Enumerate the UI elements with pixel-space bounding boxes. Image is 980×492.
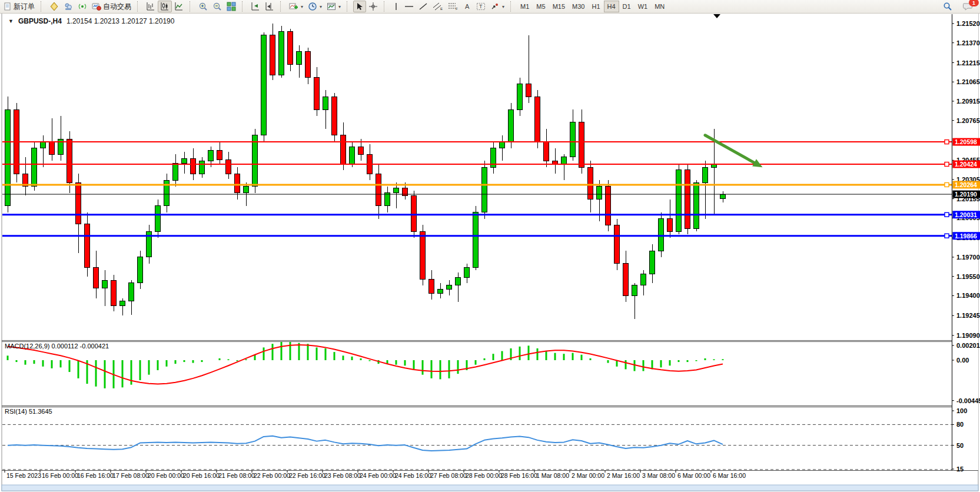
new-order-icon — [4, 2, 12, 11]
timeframe-button-m1[interactable]: M1 — [517, 1, 533, 12]
horizontal-line-icon — [404, 2, 414, 11]
auto-trading-label: 自动交易 — [103, 2, 131, 12]
zoom-out-button[interactable] — [210, 1, 224, 12]
toolbar-separator — [384, 1, 388, 12]
fibonacci-tool-button[interactable]: F — [446, 1, 461, 12]
templates-button[interactable]: ▾ — [324, 1, 343, 12]
zoom-in-button[interactable] — [196, 1, 210, 12]
crosshair-tool-button[interactable] — [366, 1, 380, 12]
timeframe-button-group: M1M5M15M30H1H4D1W1MN — [516, 0, 669, 13]
mt4-application-window: 新订单 — [0, 0, 980, 492]
search-button[interactable] — [941, 1, 955, 12]
auto-trading-icon — [92, 2, 101, 11]
svg-text:E: E — [440, 7, 443, 11]
svg-text:F: F — [456, 7, 458, 11]
zoom-out-icon — [212, 2, 222, 11]
price-tick-label: 1.20765 — [956, 117, 980, 124]
auto-scroll-button[interactable] — [248, 1, 263, 12]
macd-label: MACD(12,26,9) 0.000112 -0.000421 — [5, 343, 109, 350]
hline-price-label: 1.20424 — [953, 161, 980, 168]
macd-tick-label: 0.002015 — [956, 342, 980, 349]
hline-price-label: 1.20264 — [953, 181, 980, 188]
main-toolbar: 新订单 — [0, 0, 980, 14]
toolbar-group-panels: 自动交易 — [46, 0, 135, 13]
price-tick-label: 1.21065 — [956, 78, 980, 85]
svg-text:1.20031: 1.20031 — [955, 211, 977, 218]
toolbar-group-order: 新订单 — [0, 0, 38, 13]
indicators-button[interactable]: ▾ — [287, 1, 305, 12]
bar-chart-button[interactable] — [144, 1, 158, 12]
text-label-icon: T — [476, 2, 486, 11]
horizontal-line-tool-button[interactable] — [402, 1, 416, 12]
navigator-button[interactable] — [75, 1, 89, 12]
toolbar-separator — [137, 1, 141, 12]
price-tick-label: 1.19550 — [956, 273, 980, 280]
notifications-button[interactable]: 1 — [961, 1, 975, 12]
toolbar-group-autoscroll — [247, 0, 278, 13]
templates-icon — [327, 2, 336, 11]
clock-icon — [308, 2, 317, 11]
timeframe-button-w1[interactable]: W1 — [634, 1, 652, 12]
price-tick-label: 1.21370 — [956, 39, 980, 46]
hline-price-label: 1.20031 — [953, 211, 980, 218]
timeframe-button-h1[interactable]: H1 — [588, 1, 603, 12]
svg-text:1.20598: 1.20598 — [955, 138, 977, 145]
arrows-tool-button[interactable]: ▾ — [488, 1, 507, 12]
new-order-button[interactable]: 新订单 — [1, 1, 37, 12]
hline-end-marker — [945, 162, 949, 167]
text-icon: A — [463, 2, 471, 11]
candlestick-chart-button[interactable] — [158, 1, 172, 12]
window-bottom-strip — [2, 485, 978, 491]
toolbar-separator — [41, 1, 45, 12]
periods-button[interactable]: ▾ — [305, 1, 324, 12]
line-chart-button[interactable] — [172, 1, 186, 12]
text-tool-button[interactable]: A — [461, 1, 474, 12]
date-tick-label: 22 Feb 00:00 — [254, 472, 290, 479]
tile-windows-button[interactable] — [224, 1, 238, 12]
chart-area[interactable]: ▼ GBPUSD-,H4 1.20154 1.20213 1.20127 1.2… — [0, 0, 980, 492]
timeframe-button-m5[interactable]: M5 — [533, 1, 549, 12]
navigator-icon — [78, 2, 87, 11]
toolbar-group-objects: E F A T ▾ — [389, 0, 508, 13]
dropdown-caret: ▾ — [301, 4, 303, 9]
vertical-line-icon — [393, 2, 400, 11]
timeframe-button-m15[interactable]: M15 — [549, 1, 569, 12]
data-window-button[interactable] — [61, 1, 75, 12]
market-watch-icon — [49, 2, 59, 11]
svg-text:A: A — [465, 3, 470, 10]
channel-tool-button[interactable]: E — [430, 1, 446, 12]
date-tick-label: 3 Mar 08:00 — [642, 472, 675, 479]
auto-trading-button[interactable]: 自动交易 — [89, 1, 134, 12]
text-label-tool-button[interactable]: T — [474, 1, 488, 12]
chart-shift-button[interactable] — [263, 1, 277, 12]
date-tick-label: 2 Mar 16:00 — [607, 472, 640, 479]
toolbar-group-cursor — [352, 0, 381, 13]
timeframe-button-h4[interactable]: H4 — [604, 1, 619, 12]
price-tick-label: 1.19090 — [956, 332, 980, 339]
toolbar-separator — [190, 1, 194, 12]
chart-canvas[interactable]: MACD(12,26,9) 0.000112 -0.000421RSI(14) … — [0, 0, 980, 492]
price-tick-label: 1.21520 — [956, 20, 980, 27]
date-tick-label: 16 Feb 00:00 — [42, 472, 78, 479]
timeframe-button-m30[interactable]: M30 — [569, 1, 588, 12]
one-click-trading-arrow[interactable]: ▼ — [8, 18, 14, 24]
data-window-icon — [64, 2, 73, 11]
search-icon — [943, 2, 952, 11]
cursor-tool-button[interactable] — [353, 1, 366, 12]
timeframe-button-mn[interactable]: MN — [651, 1, 668, 12]
hline-price-label: 1.20598 — [953, 138, 980, 146]
crosshair-icon — [368, 2, 378, 11]
date-tick-label: 1 Mar 08:00 — [536, 472, 569, 479]
toolbar-separator — [280, 1, 284, 12]
vertical-line-tool-button[interactable] — [390, 1, 402, 12]
cursor-icon — [356, 2, 364, 11]
trendline-tool-button[interactable] — [416, 1, 430, 12]
date-tick-label: 21 Feb 08:00 — [218, 472, 255, 479]
new-order-label: 新订单 — [14, 2, 35, 12]
svg-text:T: T — [479, 4, 483, 9]
candlestick-chart-icon — [160, 2, 170, 11]
timeframe-button-d1[interactable]: D1 — [619, 1, 634, 12]
toolbar-group-zoom — [195, 0, 240, 13]
chart-shift-icon — [265, 2, 274, 11]
market-watch-button[interactable] — [47, 1, 61, 12]
